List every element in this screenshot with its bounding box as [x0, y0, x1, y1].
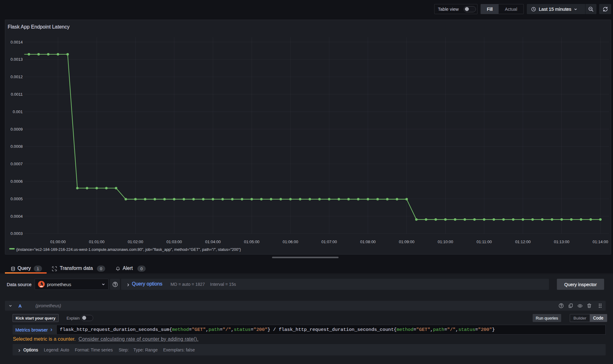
svg-text:01:05:00: 01:05:00	[244, 239, 259, 244]
svg-text:01:08:00: 01:08:00	[360, 239, 376, 244]
svg-text:01:12:00: 01:12:00	[515, 239, 531, 244]
svg-text:01:13:00: 01:13:00	[554, 239, 569, 244]
svg-text:0.0006: 0.0006	[10, 179, 23, 184]
svg-text:0.0004: 0.0004	[10, 214, 23, 219]
svg-text:0.0013: 0.0013	[10, 57, 23, 62]
svg-text:0.0007: 0.0007	[10, 162, 23, 166]
svg-text:01:09:00: 01:09:00	[399, 239, 415, 244]
svg-text:0.0011: 0.0011	[11, 92, 23, 97]
svg-text:0.0008: 0.0008	[10, 144, 23, 149]
svg-text:01:01:00: 01:01:00	[89, 239, 105, 244]
svg-text:01:06:00: 01:06:00	[283, 239, 298, 244]
svg-text:01:14:00: 01:14:00	[593, 239, 608, 244]
svg-text:0.001: 0.001	[13, 109, 23, 114]
svg-text:0.0009: 0.0009	[10, 127, 23, 132]
svg-text:01:07:00: 01:07:00	[321, 239, 337, 244]
svg-text:0.0005: 0.0005	[10, 197, 23, 201]
svg-text:0.0014: 0.0014	[10, 40, 23, 44]
svg-text:01:10:00: 01:10:00	[438, 239, 453, 244]
svg-text:01:03:00: 01:03:00	[167, 239, 182, 244]
svg-text:01:00:00: 01:00:00	[50, 239, 66, 244]
svg-text:0.0012: 0.0012	[10, 75, 23, 79]
svg-text:01:02:00: 01:02:00	[128, 239, 143, 244]
svg-text:01:11:00: 01:11:00	[477, 239, 492, 244]
svg-text:01:04:00: 01:04:00	[205, 239, 221, 244]
svg-text:{instance="ec2-184-169-216-224: {instance="ec2-184-169-216-224.us-west-1…	[16, 247, 241, 252]
svg-text:0.0003: 0.0003	[10, 231, 23, 236]
